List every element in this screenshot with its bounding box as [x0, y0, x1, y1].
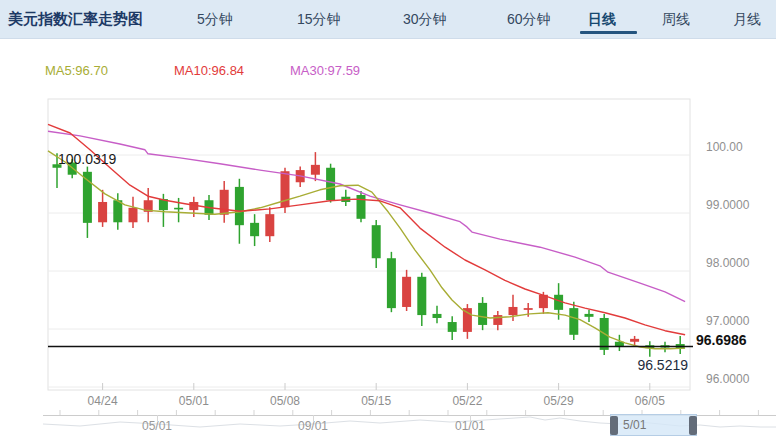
y-axis-label: 98.0000: [706, 257, 772, 270]
candlestick: [509, 307, 518, 315]
navigator-left-handle[interactable]: [610, 416, 618, 435]
x-axis-label: 05/01: [164, 394, 224, 408]
navigator-tick: [313, 415, 314, 422]
navigator-tick: [470, 415, 471, 422]
y-axis-label: 100.00: [706, 141, 772, 154]
y-axis-label: 97.0000: [706, 315, 772, 328]
candlestick: [250, 223, 259, 236]
y-axis-label: 99.0000: [706, 199, 772, 212]
candlestick: [585, 314, 594, 317]
x-axis-label: 05/08: [255, 394, 315, 408]
candlestick: [433, 314, 442, 318]
candlestick: [326, 168, 335, 200]
navigator-tick: [157, 415, 158, 422]
candlestick: [417, 277, 426, 315]
candlestick: [265, 214, 274, 236]
x-axis-label: 06/05: [620, 394, 680, 408]
candlestick: [113, 200, 122, 222]
candlestick: [220, 190, 229, 215]
candlestick: [478, 303, 487, 325]
candlestick-chart[interactable]: [0, 0, 776, 440]
dollar-index-chart-page: 美元指数汇率走势图 5分钟15分钟30分钟60分钟日线周线月线 MA5:96.7…: [0, 0, 776, 440]
x-axis-label: 05/15: [346, 394, 406, 408]
high-price-annotation: 100.0319: [58, 151, 116, 167]
candlestick: [311, 165, 320, 175]
candlestick: [387, 258, 396, 308]
candlestick: [448, 322, 457, 332]
candlestick: [630, 339, 639, 342]
navigator-selection-label: 5/01: [623, 418, 646, 432]
candlestick: [493, 315, 502, 325]
candlestick: [174, 208, 183, 210]
navigator-right-handle[interactable]: [689, 416, 697, 435]
ma10-line: [48, 124, 685, 334]
x-axis-label: 05/29: [529, 394, 589, 408]
y-axis-label: 96.0000: [706, 373, 772, 386]
candlestick: [98, 202, 107, 222]
ma30-line: [48, 131, 685, 302]
candlestick: [524, 308, 533, 310]
candlestick: [129, 208, 138, 223]
candlestick: [235, 187, 244, 225]
candlestick: [402, 277, 411, 307]
candlestick: [569, 308, 578, 335]
current-price-label: 96.6986: [696, 332, 747, 348]
low-price-annotation: 96.5219: [606, 357, 688, 373]
navigator-selection[interactable]: 5/01: [610, 414, 697, 436]
x-axis-label: 05/22: [437, 394, 497, 408]
candlestick: [372, 225, 381, 258]
x-axis-label: 04/24: [73, 394, 133, 408]
